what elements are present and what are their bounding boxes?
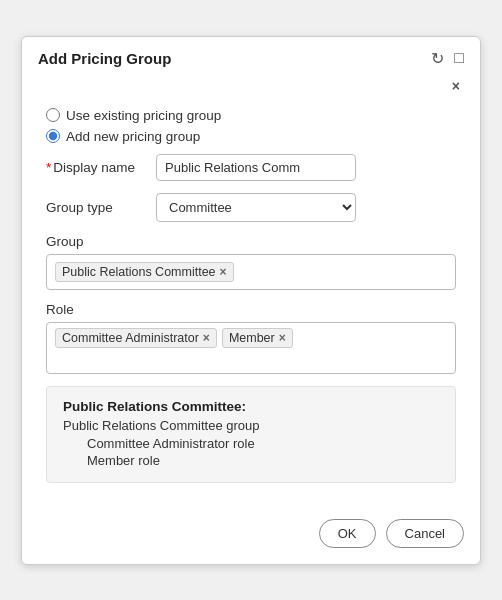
add-pricing-group-dialog: Add Pricing Group ↻ □ × Use existing pri… (21, 36, 481, 565)
group-type-select[interactable]: Committee Department Division Team (156, 193, 356, 222)
close-button[interactable]: × (448, 76, 464, 96)
display-name-row: *Display name (46, 154, 456, 181)
tag-public-relations-committee: Public Relations Committee × (55, 262, 234, 282)
dialog-footer: OK Cancel (22, 515, 480, 564)
role-tag-input[interactable]: Committee Administrator × Member × (46, 322, 456, 374)
ok-button[interactable]: OK (319, 519, 376, 548)
group-type-row: Group type Committee Department Division… (46, 193, 456, 222)
summary-box: Public Relations Committee: Public Relat… (46, 386, 456, 483)
dialog-header: Add Pricing Group ↻ □ (22, 37, 480, 76)
group-field-block: Group Public Relations Committee × (46, 234, 456, 290)
tag-remove-admin-button[interactable]: × (203, 332, 210, 344)
radio-group: Use existing pricing group Add new prici… (46, 108, 456, 144)
display-name-label: *Display name (46, 160, 156, 175)
radio-add-new-input[interactable] (46, 129, 60, 143)
tag-member: Member × (222, 328, 293, 348)
group-label: Group (46, 234, 456, 249)
summary-indent1: Committee Administrator role (87, 436, 439, 451)
dialog-title: Add Pricing Group (38, 50, 171, 67)
radio-add-new-label: Add new pricing group (66, 129, 200, 144)
group-type-label: Group type (46, 200, 156, 215)
role-label: Role (46, 302, 456, 317)
refresh-icon[interactable]: ↻ (431, 49, 444, 68)
summary-indent2: Member role (87, 453, 439, 468)
close-row: × (22, 76, 480, 104)
tag-remove-button[interactable]: × (220, 266, 227, 278)
header-icons: ↻ □ (431, 49, 464, 68)
radio-use-existing-input[interactable] (46, 108, 60, 122)
radio-use-existing-label: Use existing pricing group (66, 108, 221, 123)
summary-line1: Public Relations Committee group (63, 418, 439, 433)
display-name-input[interactable] (156, 154, 356, 181)
required-star: * (46, 160, 51, 175)
tag-remove-member-button[interactable]: × (279, 332, 286, 344)
tag-label: Committee Administrator (62, 331, 199, 345)
role-field-block: Role Committee Administrator × Member × (46, 302, 456, 374)
radio-add-new[interactable]: Add new pricing group (46, 129, 456, 144)
dialog-body: Use existing pricing group Add new prici… (22, 104, 480, 515)
tag-label: Member (229, 331, 275, 345)
tag-label: Public Relations Committee (62, 265, 216, 279)
radio-use-existing[interactable]: Use existing pricing group (46, 108, 456, 123)
group-tag-input[interactable]: Public Relations Committee × (46, 254, 456, 290)
tag-committee-administrator: Committee Administrator × (55, 328, 217, 348)
expand-icon[interactable]: □ (454, 49, 464, 67)
cancel-button[interactable]: Cancel (386, 519, 464, 548)
summary-title: Public Relations Committee: (63, 399, 439, 414)
